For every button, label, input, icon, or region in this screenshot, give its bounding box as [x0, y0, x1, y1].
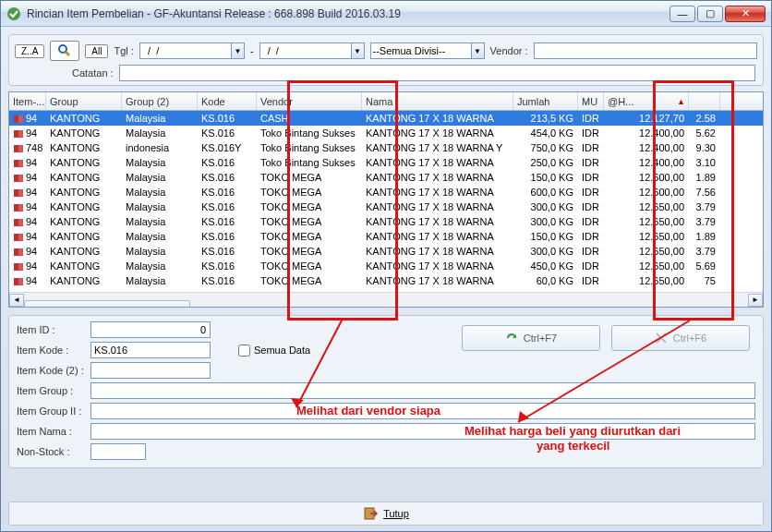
form-panel: Ctrl+F7 Ctrl+F6 Item ID : Item Kode : Se…	[8, 315, 764, 468]
col-extra[interactable]	[689, 92, 720, 110]
item-id-label: Item ID :	[17, 324, 90, 335]
col-vendor[interactable]: Vendor	[257, 92, 362, 110]
item-group2-input[interactable]	[90, 403, 755, 419]
tgl-label: Tgl :	[114, 45, 133, 56]
cancel-icon	[655, 332, 668, 345]
exit-icon	[363, 506, 378, 521]
table-row[interactable]: 94KANTONGMalaysiaKS.016TOKO MEGAKANTONG …	[9, 214, 763, 229]
item-nama-input[interactable]	[90, 423, 755, 440]
book-icon	[13, 144, 24, 153]
date-from-input[interactable]	[139, 42, 232, 59]
maximize-button[interactable]: ▢	[697, 6, 723, 22]
footer-bar: Tutup	[8, 502, 764, 526]
app-icon	[6, 6, 21, 21]
item-group-input[interactable]	[90, 382, 755, 399]
item-group-label: Item Group :	[17, 385, 90, 396]
book-icon	[13, 203, 24, 212]
col-group2[interactable]: Group (2)	[122, 92, 198, 110]
app-window: Rincian Item Pembelian - GF-Akuntansi Re…	[0, 0, 772, 532]
item-kode-label: Item Kode :	[17, 345, 90, 356]
table-row[interactable]: 94KANTONGMalaysiaKS.016TOKO MEGAKANTONG …	[9, 259, 763, 273]
catatan-label: Catatan :	[72, 67, 114, 79]
item-nama-label: Item Nama :	[17, 426, 90, 437]
book-icon	[13, 174, 24, 183]
svg-point-0	[7, 7, 20, 20]
sort-za-button[interactable]: Z..A	[15, 44, 44, 58]
item-kode2-input[interactable]	[90, 362, 211, 379]
non-stock-label: Non-Stock :	[17, 446, 90, 457]
col-nama[interactable]: Nama	[362, 92, 513, 110]
table-row[interactable]: 94KANTONGMalaysiaKS.016CASHKANTONG 17 X …	[9, 111, 763, 126]
svg-line-2	[66, 52, 69, 55]
table-row[interactable]: 94KANTONGMalaysiaKS.016TOKO MEGAKANTONG …	[9, 244, 763, 259]
data-grid: Item-... Group Group (2) Kode Vendor Nam…	[8, 91, 764, 308]
book-icon	[13, 115, 24, 124]
filter-panel: Z..A All Tgl : ▼ - ▼ ▼ Vendor : Catatan …	[8, 34, 764, 86]
all-button[interactable]: All	[85, 44, 108, 58]
table-row[interactable]: 748KANTONGindonesiaKS.016YToko Bintang S…	[9, 140, 763, 155]
ctrl-f7-button[interactable]: Ctrl+F7	[462, 325, 600, 351]
book-icon	[13, 233, 24, 242]
refresh-icon	[505, 332, 518, 345]
item-group2-label: Item Group II :	[17, 405, 90, 417]
table-row[interactable]: 94KANTONGMalaysiaKS.016TOKO MEGAKANTONG …	[9, 185, 763, 200]
search-button[interactable]	[50, 41, 79, 61]
non-stock-input[interactable]	[90, 443, 146, 460]
table-row[interactable]: 94KANTONGMalaysiaKS.016TOKO MEGAKANTONG …	[9, 229, 763, 244]
divisi-combo[interactable]	[370, 42, 472, 59]
book-icon	[13, 277, 24, 286]
vendor-input[interactable]	[534, 42, 757, 59]
book-icon	[13, 218, 24, 227]
item-id-input[interactable]	[90, 321, 211, 338]
item-kode-input[interactable]	[90, 342, 211, 358]
book-icon	[13, 159, 24, 168]
minimize-button[interactable]: ―	[669, 6, 695, 22]
horizontal-scrollbar[interactable]: ◄ ►	[9, 292, 763, 307]
grid-header: Item-... Group Group (2) Kode Vendor Nam…	[9, 92, 763, 111]
svg-point-1	[59, 45, 66, 53]
col-harga[interactable]: @H...	[604, 92, 689, 110]
table-row[interactable]: 94KANTONGMalaysiaKS.016TOKO MEGAKANTONG …	[9, 170, 763, 185]
scroll-right-button[interactable]: ►	[748, 294, 763, 307]
table-row[interactable]: 94KANTONGMalaysiaKS.016Toko Bintang Suks…	[9, 126, 763, 140]
table-row[interactable]: 94KANTONGMalaysiaKS.016TOKO MEGAKANTONG …	[9, 273, 763, 288]
date-to-input[interactable]	[259, 42, 352, 59]
col-item[interactable]: Item-...	[9, 92, 46, 110]
book-icon	[13, 248, 24, 257]
col-jumlah[interactable]: Jumlah	[513, 92, 578, 110]
item-kode2-label: Item Kode (2) :	[17, 365, 90, 376]
semua-data-checkbox[interactable]: Semua Data	[238, 345, 310, 357]
tutup-button[interactable]: Tutup	[383, 508, 409, 519]
col-kode[interactable]: Kode	[198, 92, 257, 110]
date-to-dropdown[interactable]: ▼	[352, 42, 365, 59]
book-icon	[13, 129, 24, 139]
table-row[interactable]: 94KANTONGMalaysiaKS.016Toko Bintang Suks…	[9, 155, 763, 170]
magnifier-icon	[57, 43, 72, 58]
catatan-input[interactable]	[119, 65, 755, 81]
divisi-dropdown[interactable]: ▼	[472, 42, 485, 59]
col-mu[interactable]: MU	[578, 92, 604, 110]
ctrl-f6-button[interactable]: Ctrl+F6	[611, 325, 750, 351]
scroll-left-button[interactable]: ◄	[9, 294, 24, 307]
close-button[interactable]: ✕	[725, 6, 766, 22]
table-row[interactable]: 94KANTONGMalaysiaKS.016TOKO MEGAKANTONG …	[9, 200, 763, 214]
scroll-thumb[interactable]	[24, 300, 190, 308]
book-icon	[13, 262, 24, 272]
book-icon	[13, 188, 24, 198]
col-group[interactable]: Group	[46, 92, 122, 110]
window-title: Rincian Item Pembelian - GF-Akuntansi Re…	[27, 7, 668, 20]
titlebar[interactable]: Rincian Item Pembelian - GF-Akuntansi Re…	[1, 1, 771, 27]
vendor-label: Vendor :	[490, 45, 528, 56]
date-from-dropdown[interactable]: ▼	[232, 42, 245, 59]
